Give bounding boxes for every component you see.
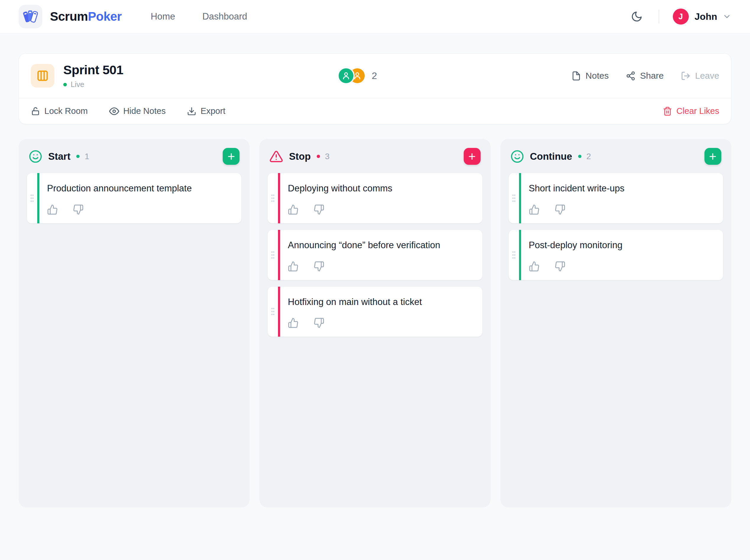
card-votes xyxy=(288,317,474,328)
column-accent-dot xyxy=(76,155,80,158)
room-toolbar: Lock Room Hide Notes Export Clear Likes xyxy=(19,98,731,124)
thumbs-up-icon[interactable] xyxy=(47,204,58,215)
leave-label: Leave xyxy=(695,71,719,81)
thumbs-down-icon[interactable] xyxy=(313,261,324,272)
divider xyxy=(658,10,659,23)
lock-room-button[interactable]: Lock Room xyxy=(31,106,88,116)
card-votes xyxy=(288,261,474,272)
leave-button[interactable]: Leave xyxy=(681,71,719,81)
room-header-card: Sprint 501 Live 2 Notes xyxy=(19,53,731,124)
room-actions: Notes Share Leave xyxy=(571,71,719,81)
logout-icon xyxy=(681,71,691,81)
thumbs-up-icon[interactable] xyxy=(529,204,540,215)
nav-link-dashboard[interactable]: Dashboard xyxy=(202,11,247,22)
retro-card[interactable]: Hotfixing on main without a ticket xyxy=(268,287,482,337)
thumbs-up-icon[interactable] xyxy=(288,317,299,328)
notes-button[interactable]: Notes xyxy=(571,71,609,81)
card-accent-stripe xyxy=(37,173,39,223)
drag-handle-dots-icon[interactable] xyxy=(27,173,37,223)
thumbs-down-icon[interactable] xyxy=(554,204,565,215)
retro-card[interactable]: Short incident write-ups xyxy=(509,173,723,223)
column-start: Start 1 Production announcement template xyxy=(19,139,250,507)
lock-room-label: Lock Room xyxy=(44,106,88,116)
hide-notes-button[interactable]: Hide Notes xyxy=(109,106,166,116)
card-votes xyxy=(288,204,474,215)
lock-open-icon xyxy=(31,106,40,116)
column-title: Stop xyxy=(289,151,310,162)
notes-label: Notes xyxy=(586,71,609,81)
user-menu[interactable]: J John xyxy=(673,8,731,24)
column-title: Start xyxy=(48,151,70,162)
retro-card[interactable]: Deploying without comms xyxy=(268,173,482,223)
thumbs-up-icon[interactable] xyxy=(288,261,299,272)
topbar-right: J John xyxy=(628,8,731,25)
drag-handle-dots-icon[interactable] xyxy=(268,230,278,280)
document-icon xyxy=(571,71,581,81)
room-header-main: Sprint 501 Live 2 Notes xyxy=(19,54,731,98)
card-text: Short incident write-ups xyxy=(529,183,715,194)
thumbs-down-icon[interactable] xyxy=(313,204,324,215)
card-body: Production announcement template xyxy=(39,173,241,223)
moon-icon[interactable] xyxy=(628,8,645,25)
export-label: Export xyxy=(201,106,225,116)
card-text: Announcing “done” before verification xyxy=(288,240,474,251)
column-stop-header: Stop 3 xyxy=(268,148,482,165)
column-accent-dot xyxy=(317,155,320,158)
share-button[interactable]: Share xyxy=(626,71,664,81)
add-card-button-continue[interactable] xyxy=(705,148,721,165)
retro-card[interactable]: Post-deploy monitoring xyxy=(509,230,723,280)
clear-likes-button[interactable]: Clear Likes xyxy=(663,106,719,116)
live-status-dot xyxy=(63,83,67,86)
smile-icon xyxy=(510,150,524,163)
column-continue-header: Continue 2 xyxy=(509,148,723,165)
share-label: Share xyxy=(640,71,664,81)
card-votes xyxy=(529,204,715,215)
nav-link-home[interactable]: Home xyxy=(150,11,175,22)
room-title-block: Sprint 501 Live xyxy=(63,63,123,89)
thumbs-down-icon[interactable] xyxy=(73,204,84,215)
export-button[interactable]: Export xyxy=(187,106,225,116)
eye-icon xyxy=(109,106,119,116)
column-stop: Stop 3 Deploying without comms xyxy=(259,139,490,507)
kanban-columns-icon xyxy=(31,64,55,87)
card-votes xyxy=(529,261,715,272)
column-card-count: 2 xyxy=(586,152,591,161)
add-card-button-start[interactable] xyxy=(223,148,240,165)
card-text: Production announcement template xyxy=(47,183,233,194)
column-start-header: Start 1 xyxy=(27,148,241,165)
top-navigation: ScrumPoker Home Dashboard J John xyxy=(0,0,750,34)
participants-group: 2 xyxy=(338,67,377,84)
thumbs-down-icon[interactable] xyxy=(554,261,565,272)
participants-count: 2 xyxy=(372,71,377,81)
retro-board: Start 1 Production announcement template xyxy=(19,139,731,507)
thumbs-up-icon[interactable] xyxy=(288,204,299,215)
retro-card[interactable]: Production announcement template xyxy=(27,173,241,223)
column-title: Continue xyxy=(530,151,572,162)
trash-icon xyxy=(663,106,672,116)
retro-card[interactable]: Announcing “done” before verification xyxy=(268,230,482,280)
card-body: Short incident write-ups xyxy=(521,173,723,223)
card-accent-stripe xyxy=(519,230,521,280)
card-accent-stripe xyxy=(278,287,280,337)
room-title: Sprint 501 xyxy=(63,63,123,77)
thumbs-up-icon[interactable] xyxy=(529,261,540,272)
chevron-down-icon xyxy=(723,12,731,21)
brand-logo-link[interactable]: ScrumPoker xyxy=(19,5,122,28)
user-name: John xyxy=(695,11,717,22)
smile-icon xyxy=(29,150,42,163)
clear-likes-label: Clear Likes xyxy=(676,106,719,116)
card-accent-stripe xyxy=(519,173,521,223)
drag-handle-dots-icon[interactable] xyxy=(268,173,278,223)
card-body: Hotfixing on main without a ticket xyxy=(280,287,482,337)
card-votes xyxy=(47,204,233,215)
card-body: Deploying without comms xyxy=(280,173,482,223)
drag-handle-dots-icon[interactable] xyxy=(509,230,519,280)
drag-handle-dots-icon[interactable] xyxy=(509,173,519,223)
column-continue-cards: Short incident write-ups Post-deploy mon… xyxy=(509,173,723,280)
drag-handle-dots-icon[interactable] xyxy=(268,287,278,337)
add-card-button-stop[interactable] xyxy=(464,148,481,165)
thumbs-down-icon[interactable] xyxy=(313,317,324,328)
user-avatar: J xyxy=(673,8,689,24)
card-body: Announcing “done” before verification xyxy=(280,230,482,280)
download-icon xyxy=(187,106,196,116)
